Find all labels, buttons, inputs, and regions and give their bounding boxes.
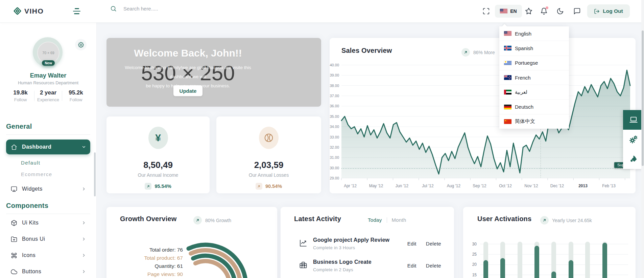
flag-cn-icon — [504, 119, 511, 124]
losses-percent: 90.54% — [265, 184, 282, 189]
top-header: VIHO EN Log Out — [0, 0, 644, 23]
laptop-icon — [629, 115, 638, 124]
chevron-right-icon — [81, 253, 86, 258]
viho-logo-icon — [13, 6, 22, 16]
sidebar-menu: GeneralDashboardDefaultEcommerceWidgetsC… — [0, 123, 96, 278]
sidebar-scrollbar-thumb[interactable] — [94, 152, 96, 196]
language-menu-item-nz[interactable]: French — [499, 70, 569, 85]
svg-text:15: 15 — [472, 273, 477, 277]
svg-text:Feb '13: Feb '13 — [602, 184, 616, 188]
language-menu-item-is[interactable]: Spanish — [499, 41, 569, 56]
preview-laptop-button[interactable] — [623, 110, 644, 130]
svg-text:25: 25 — [472, 252, 477, 257]
status-badge: New — [42, 60, 55, 66]
chevron-right-icon — [81, 269, 86, 274]
delete-link[interactable]: Delete — [426, 241, 441, 247]
search-input[interactable] — [123, 5, 225, 12]
briefcase-icon — [299, 261, 307, 269]
profile-role: Human Resources Department — [0, 80, 96, 85]
cloud-icon — [11, 269, 17, 275]
brand-logo[interactable]: VIHO — [13, 6, 44, 16]
chevron-down-icon — [81, 145, 86, 149]
language-menu-item-uy[interactable]: Portuegse — [499, 56, 569, 70]
sidebar-item-ui-kits[interactable]: Ui Kits — [6, 215, 90, 230]
tab-month[interactable]: Month — [392, 217, 406, 223]
delete-link[interactable]: Delete — [426, 263, 441, 269]
svg-text:36.00: 36.00 — [330, 104, 339, 108]
language-menu-item-cn[interactable]: 简体中文 — [499, 114, 569, 129]
viho-dashboard-page: VIHO EN Log Out EnglishSpanishPortuegseF… — [0, 0, 644, 278]
income-percent: 95.54% — [154, 184, 171, 189]
income-value: 8,50,49 — [106, 160, 210, 170]
sidebar-item-dashboard[interactable]: Dashboard — [6, 140, 90, 154]
chevron-right-icon — [81, 187, 86, 191]
home-icon — [11, 144, 17, 150]
profile-name[interactable]: Emay Walter — [0, 72, 96, 79]
brand-name: VIHO — [24, 7, 44, 15]
dark-mode-moon-icon[interactable] — [556, 7, 564, 15]
sidebar-item-icons[interactable]: Icons — [6, 248, 90, 263]
sidebar-item-bonus-ui[interactable]: Bonus Ui — [6, 232, 90, 247]
chevron-right-icon — [81, 220, 86, 225]
sidebar-item-buttons[interactable]: Buttons — [6, 264, 90, 278]
stat-follow-left: 19.8k Follow — [7, 89, 34, 102]
color-paint-button[interactable] — [623, 149, 644, 169]
language-menu-item-de[interactable]: Deutsch — [499, 100, 569, 114]
gear-icon — [78, 42, 84, 48]
svg-text:Oct '12: Oct '12 — [499, 184, 512, 188]
svg-text:Apr '12: Apr '12 — [344, 184, 357, 188]
svg-text:Aug '12: Aug '12 — [447, 184, 461, 188]
sidebar-subitem-default[interactable]: Default — [0, 157, 96, 169]
logout-button[interactable]: Log Out — [587, 4, 630, 18]
settings-gears-button[interactable] — [623, 130, 644, 149]
page-scrollbar-track — [641, 0, 644, 278]
stat-follow-right: 95.2k Follow — [62, 89, 90, 102]
paint-icon — [629, 155, 638, 164]
sidebar-subitem-ecommerce[interactable]: Ecommerce — [0, 169, 96, 180]
menu-section-heading: Components — [6, 202, 96, 210]
svg-text:Nov '12: Nov '12 — [524, 184, 538, 188]
update-button[interactable]: Update — [173, 85, 202, 96]
search-icon — [110, 5, 117, 12]
page-scrollbar-thumb[interactable] — [642, 30, 644, 166]
theme-customizer-panel — [623, 110, 644, 169]
svg-text:Jul '12: Jul '12 — [422, 184, 434, 188]
fullscreen-icon[interactable] — [482, 7, 490, 15]
svg-text:33.00: 33.00 — [330, 135, 339, 139]
divider — [387, 217, 387, 223]
svg-text:2013: 2013 — [578, 184, 588, 188]
language-menu-item-ae[interactable]: لعربية — [499, 85, 569, 100]
activity-row: Business Logo Create Complete in 2 Days … — [299, 259, 445, 272]
flag-uy-icon — [504, 61, 511, 65]
edit-link[interactable]: Edit — [407, 241, 416, 247]
svg-text:Dec '12: Dec '12 — [550, 184, 564, 188]
tab-today[interactable]: Today — [368, 217, 382, 223]
flag-ae-icon — [504, 90, 511, 94]
divider — [6, 134, 90, 135]
sidebar-item-widgets[interactable]: Widgets — [6, 181, 90, 196]
banner-title: Welcome Back, John!! — [106, 47, 269, 59]
svg-text:34.00: 34.00 — [330, 125, 339, 129]
language-menu-item-us[interactable]: English — [499, 26, 569, 41]
sidebar: 70 × 69 New Emay Walter Human Resources … — [0, 22, 97, 278]
edit-link[interactable]: Edit — [407, 263, 416, 269]
notifications-bell-icon[interactable] — [540, 7, 548, 15]
bookmark-star-icon[interactable] — [525, 7, 532, 15]
income-label: Our Annual Income — [106, 172, 210, 178]
profile-settings-button[interactable] — [75, 39, 87, 50]
losses-label: Our Annual Losses — [216, 172, 321, 178]
svg-text:30.00: 30.00 — [330, 166, 339, 170]
growth-radial-chart — [106, 207, 277, 278]
latest-activity-card: Latest Activity Today Month Google proje… — [281, 207, 454, 278]
svg-text:20: 20 — [472, 262, 477, 267]
box-icon — [11, 220, 17, 226]
welcome-banner: 530 × 250 Welcome Back, John!! Welcome t… — [106, 38, 321, 107]
notification-dot — [546, 6, 548, 9]
trending-up-icon — [299, 239, 307, 247]
messages-icon[interactable] — [573, 7, 581, 15]
svg-text:Jun '12: Jun '12 — [396, 184, 409, 188]
sidebar-toggle-icon[interactable] — [72, 8, 81, 14]
airplay-icon — [11, 186, 17, 192]
sales-overview-card: Sales Overview 86% More 40.0039.0038.003… — [330, 38, 636, 193]
language-selector[interactable]: EN — [495, 5, 522, 18]
